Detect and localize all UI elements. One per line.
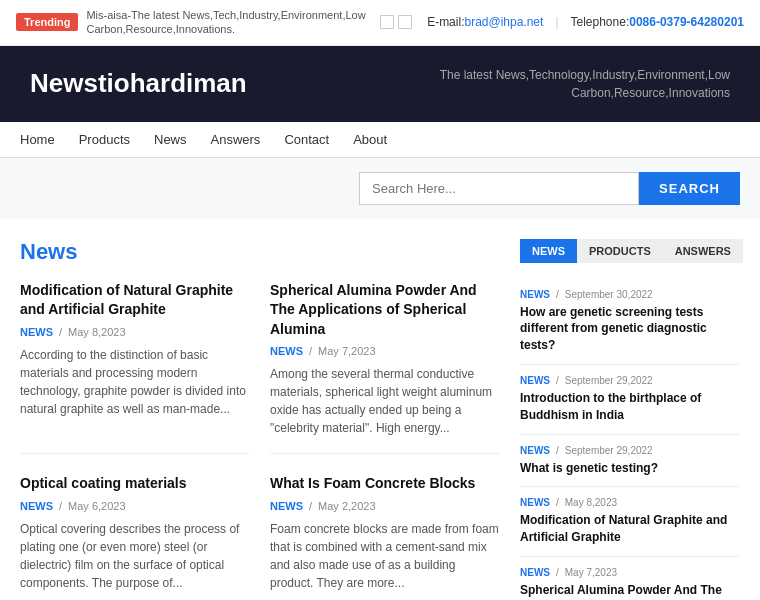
tab-products[interactable]: PRODUCTS xyxy=(577,239,663,263)
search-input[interactable] xyxy=(359,172,639,205)
article-tag: NEWS xyxy=(20,500,53,512)
right-news-meta: NEWS / May 8,2023 xyxy=(520,497,740,508)
right-news-item: NEWS / May 8,2023 Modification of Natura… xyxy=(520,487,740,557)
email-link[interactable]: brad@ihpa.net xyxy=(464,15,543,29)
article-title[interactable]: Optical coating materials xyxy=(20,474,250,494)
nav-about[interactable]: About xyxy=(353,132,387,147)
article-meta: NEWS / May 8,2023 xyxy=(20,326,250,338)
square-1 xyxy=(380,15,394,29)
article-card: Optical coating materials NEWS / May 6,2… xyxy=(20,474,250,600)
email-label: E-mail:brad@ihpa.net xyxy=(427,15,543,29)
main-content: News Modification of Natural Graphite an… xyxy=(0,219,760,600)
right-news-date: / xyxy=(556,497,559,508)
right-news-list: NEWS / September 30,2022 How are genetic… xyxy=(520,279,740,600)
right-news-title[interactable]: Spherical Alumina Powder And The Applica… xyxy=(520,582,740,600)
article-excerpt: Among the several thermal conductive mat… xyxy=(270,365,500,437)
article-card: Spherical Alumina Powder And The Applica… xyxy=(270,281,500,455)
top-bar-left: Trending Mis-aisa-The latest News,Tech,I… xyxy=(16,8,412,37)
right-news-date: / xyxy=(556,567,559,578)
tel-label: Telephone:0086-0379-64280201 xyxy=(571,15,745,29)
article-date-val: May 8,2023 xyxy=(68,326,125,338)
site-tagline: The latest News,Technology,Industry,Envi… xyxy=(380,66,730,102)
article-title[interactable]: Spherical Alumina Powder And The Applica… xyxy=(270,281,500,340)
right-news-date: / xyxy=(556,289,559,300)
right-news-meta: NEWS / May 7,2023 xyxy=(520,567,740,578)
top-bar: Trending Mis-aisa-The latest News,Tech,I… xyxy=(0,0,760,46)
right-news-tag: NEWS xyxy=(520,375,550,386)
right-news-item: NEWS / September 29,2022 Introduction to… xyxy=(520,365,740,435)
article-date: / xyxy=(59,326,62,338)
article-tag: NEWS xyxy=(20,326,53,338)
article-meta: NEWS / May 7,2023 xyxy=(270,345,500,357)
top-bar-squares xyxy=(380,15,412,29)
article-tag: NEWS xyxy=(270,345,303,357)
right-news-date-val: September 30,2022 xyxy=(565,289,653,300)
right-news-meta: NEWS / September 29,2022 xyxy=(520,445,740,456)
search-bar: SEARCH xyxy=(0,158,760,219)
right-news-title[interactable]: How are genetic screening tests differen… xyxy=(520,304,740,354)
right-news-meta: NEWS / September 29,2022 xyxy=(520,375,740,386)
divider: | xyxy=(555,15,558,29)
article-tag: NEWS xyxy=(270,500,303,512)
right-news-date: / xyxy=(556,375,559,386)
nav-home[interactable]: Home xyxy=(20,132,55,147)
articles-grid: Modification of Natural Graphite and Art… xyxy=(20,281,500,600)
right-tabs: NEWS PRODUCTS ANSWERS xyxy=(520,239,740,263)
main-nav: Home Products News Answers Contact About xyxy=(0,122,760,158)
tab-news[interactable]: NEWS xyxy=(520,239,577,263)
right-news-date-val: May 7,2023 xyxy=(565,567,617,578)
article-excerpt: Foam concrete blocks are made from foam … xyxy=(270,520,500,592)
right-news-tag: NEWS xyxy=(520,497,550,508)
article-meta: NEWS / May 2,2023 xyxy=(270,500,500,512)
right-news-date-val: May 8,2023 xyxy=(565,497,617,508)
right-news-tag: NEWS xyxy=(520,445,550,456)
article-date: / xyxy=(309,345,312,357)
nav-products[interactable]: Products xyxy=(79,132,130,147)
article-excerpt: According to the distinction of basic ma… xyxy=(20,346,250,418)
nav-news[interactable]: News xyxy=(154,132,187,147)
right-news-title[interactable]: What is genetic testing? xyxy=(520,460,740,477)
tab-answers[interactable]: ANSWERS xyxy=(663,239,743,263)
trending-badge: Trending xyxy=(16,13,78,31)
right-news-title[interactable]: Introduction to the birthplace of Buddhi… xyxy=(520,390,740,424)
top-bar-right: E-mail:brad@ihpa.net | Telephone:0086-03… xyxy=(427,15,744,29)
article-title[interactable]: What Is Foam Concrete Blocks xyxy=(270,474,500,494)
right-news-date-val: September 29,2022 xyxy=(565,445,653,456)
article-card: What Is Foam Concrete Blocks NEWS / May … xyxy=(270,474,500,600)
article-meta: NEWS / May 6,2023 xyxy=(20,500,250,512)
right-news-item: NEWS / September 30,2022 How are genetic… xyxy=(520,279,740,365)
article-excerpt: Optical covering describes the process o… xyxy=(20,520,250,592)
article-date: / xyxy=(309,500,312,512)
article-title[interactable]: Modification of Natural Graphite and Art… xyxy=(20,281,250,320)
right-news-tag: NEWS xyxy=(520,567,550,578)
right-news-tag: NEWS xyxy=(520,289,550,300)
right-news-title[interactable]: Modification of Natural Graphite and Art… xyxy=(520,512,740,546)
article-date-val: May 2,2023 xyxy=(318,500,375,512)
right-news-meta: NEWS / September 30,2022 xyxy=(520,289,740,300)
site-title[interactable]: Newstiohardiman xyxy=(30,68,247,99)
left-column: News Modification of Natural Graphite an… xyxy=(20,239,500,600)
right-news-date-val: September 29,2022 xyxy=(565,375,653,386)
article-date-val: May 7,2023 xyxy=(318,345,375,357)
article-card: Modification of Natural Graphite and Art… xyxy=(20,281,250,455)
nav-contact[interactable]: Contact xyxy=(284,132,329,147)
right-news-item: NEWS / May 7,2023 Spherical Alumina Powd… xyxy=(520,557,740,600)
site-header: Newstiohardiman The latest News,Technolo… xyxy=(0,46,760,122)
right-column: NEWS PRODUCTS ANSWERS NEWS / September 3… xyxy=(520,239,740,600)
nav-answers[interactable]: Answers xyxy=(211,132,261,147)
article-date-val: May 6,2023 xyxy=(68,500,125,512)
square-2 xyxy=(398,15,412,29)
article-date: / xyxy=(59,500,62,512)
right-news-date: / xyxy=(556,445,559,456)
trending-text: Mis-aisa-The latest News,Tech,Industry,E… xyxy=(86,8,366,37)
news-heading: News xyxy=(20,239,500,265)
tel-number: 0086-0379-64280201 xyxy=(629,15,744,29)
search-button[interactable]: SEARCH xyxy=(639,172,740,205)
right-news-item: NEWS / September 29,2022 What is genetic… xyxy=(520,435,740,488)
